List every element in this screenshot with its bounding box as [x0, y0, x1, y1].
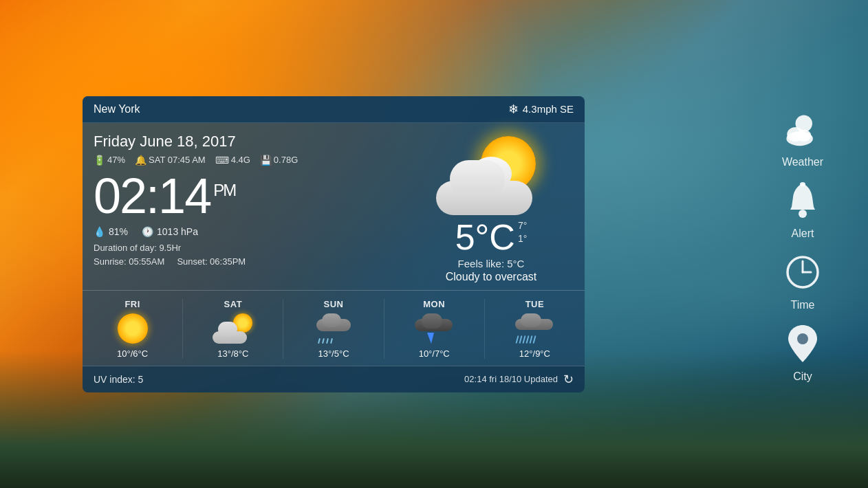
svg-point-3 — [796, 129, 811, 142]
widget-header: New York ❄ 4.3mph SE — [83, 96, 585, 123]
pressure-value: 1013 hPa — [157, 226, 198, 237]
widget-forecast: FRI 10°/6°C SAT 13°/8°C SUN — [83, 290, 585, 366]
cloud-icon — [436, 164, 532, 215]
rainy-icon — [313, 313, 354, 344]
main-content: New York ❄ 4.3mph SE Friday June 18, 201… — [0, 0, 868, 488]
forecast-temp-mon: 10°/7°C — [419, 348, 450, 359]
forecast-icon-mon — [413, 313, 455, 344]
temperature-row: 5°C 7° 1° — [455, 219, 528, 255]
uv-index: UV index: 5 — [94, 374, 143, 385]
main-weather-icon — [436, 133, 546, 215]
forecast-day-name-mon: MON — [423, 299, 445, 309]
feels-like: Feels like: 5°C — [458, 258, 525, 269]
forecast-icon-sun — [313, 313, 354, 344]
rain-drop — [318, 337, 321, 343]
alarm-status: 🔔 SAT 07:45 AM — [135, 155, 206, 166]
forecast-temp-fri: 10°/6°C — [117, 348, 148, 359]
storage1-status: ⌨ 4.4G — [215, 155, 250, 166]
thunder-icon — [413, 313, 455, 344]
city-icon-svg — [787, 324, 818, 364]
wind-speed: 4.3mph SE — [523, 103, 574, 115]
forecast-day-fri: FRI 10°/6°C — [83, 299, 183, 359]
time-icon-svg — [785, 254, 821, 290]
thunder-cloud-shape — [415, 313, 453, 333]
forecast-day-mon: MON 10°/7°C — [384, 299, 485, 359]
last-updated: 02:14 fri 18/10 Updated — [464, 374, 558, 384]
sunset-text: Sunset: 06:35PM — [177, 256, 246, 267]
storage1-icon: ⌨ — [215, 155, 229, 166]
forecast-day-sat: SAT 13°/8°C — [183, 299, 283, 359]
city-name: New York — [94, 103, 140, 115]
humidity-value: 81% — [109, 226, 128, 237]
rain-drop — [322, 337, 325, 343]
alert-icon-svg — [785, 181, 821, 221]
heavy-drop — [533, 335, 536, 343]
humidity-pressure: 💧 81% 🕐 1013 hPa — [94, 226, 402, 237]
wind-info: ❄ 4.3mph SE — [508, 102, 574, 117]
svg-point-9 — [797, 333, 808, 344]
sunny-icon — [118, 313, 148, 344]
forecast-temp-tue: 12°/9°C — [519, 348, 550, 359]
heavy-rain-drops — [517, 335, 535, 344]
forecast-icon-tue — [514, 313, 555, 344]
city-icon-container — [779, 320, 827, 368]
weather-label: Weather — [782, 156, 823, 168]
date-line: Friday June 18, 2017 — [94, 133, 402, 151]
sidebar-item-city[interactable]: City — [779, 320, 827, 383]
right-info: 5°C 7° 1° Feels like: 5°C Cloudy to over… — [409, 133, 574, 283]
heavy-cloud-shape — [515, 313, 553, 331]
weather-icon-container — [779, 105, 827, 153]
forecast-temp-sun: 13°/5°C — [318, 348, 349, 359]
status-bar: 🔋 47% 🔔 SAT 07:45 AM ⌨ 4.4G 💾 0.78G — [94, 155, 402, 166]
forecast-icon-fri — [112, 313, 153, 344]
forecast-day-name-tue: TUE — [525, 299, 545, 309]
lightning-bolt — [427, 333, 434, 344]
time-label: Time — [791, 299, 815, 311]
battery-status: 🔋 47% — [94, 155, 125, 166]
pressure-item: 🕐 1013 hPa — [142, 226, 198, 237]
storage2-icon: 💾 — [260, 155, 272, 166]
duration-text: Duration of day: 9.5Hr — [94, 241, 402, 256]
rain-drop — [326, 337, 329, 343]
weather-icon-svg — [779, 111, 827, 148]
dark-cloud-sun — [316, 313, 351, 333]
sun-times: Sunrise: 05:55AM Sunset: 06:35PM — [94, 255, 402, 269]
forecast-icon-sat — [213, 313, 254, 344]
update-info: 02:14 fri 18/10 Updated ↻ — [464, 372, 574, 387]
temp-low: 1° — [518, 233, 527, 244]
sidebar-item-weather[interactable]: Weather — [779, 105, 827, 168]
refresh-icon[interactable]: ↻ — [563, 372, 574, 387]
main-temp: 5°C — [455, 219, 515, 255]
svg-rect-5 — [800, 182, 805, 186]
mini-cloud-sat — [213, 324, 247, 344]
clock-time: 02:14 — [94, 168, 210, 223]
svg-point-4 — [799, 210, 807, 218]
rain-drop — [330, 337, 333, 343]
sidebar-item-alert[interactable]: Alert — [779, 177, 827, 240]
forecast-temp-sat: 13°/8°C — [217, 348, 248, 359]
time-icon-container — [779, 248, 827, 296]
temp-range: 7° 1° — [518, 219, 527, 246]
humidity-item: 💧 81% — [94, 226, 128, 237]
alert-icon-container — [779, 177, 827, 225]
sunrise-text: Sunrise: 05:55AM — [94, 256, 164, 267]
partly-cloudy-icon — [213, 313, 254, 344]
sidebar-icons: Weather Alert T — [779, 105, 827, 383]
widget-footer: UV index: 5 02:14 fri 18/10 Updated ↻ — [83, 366, 585, 392]
day-info: Duration of day: 9.5Hr Sunrise: 05:55AM … — [94, 241, 402, 270]
wind-icon: ❄ — [508, 102, 519, 117]
left-info: Friday June 18, 2017 🔋 47% 🔔 SAT 07:45 A… — [94, 133, 402, 283]
city-label: City — [793, 370, 812, 383]
weather-condition: Cloudy to overcast — [446, 271, 537, 283]
forecast-day-name-sun: SUN — [324, 299, 344, 309]
weather-widget: New York ❄ 4.3mph SE Friday June 18, 201… — [83, 96, 585, 392]
storage2-status: 💾 0.78G — [260, 155, 298, 166]
rain-drops-sun — [318, 338, 332, 344]
time-ampm: PM — [213, 181, 235, 199]
sidebar-item-time[interactable]: Time — [779, 248, 827, 311]
forecast-day-name-sat: SAT — [224, 299, 243, 309]
time-display: 02:14PM — [94, 171, 402, 221]
forecast-day-sun: SUN 13°/5°C — [283, 299, 384, 359]
pressure-icon: 🕐 — [142, 226, 153, 237]
forecast-day-name-fri: FRI — [124, 299, 140, 309]
